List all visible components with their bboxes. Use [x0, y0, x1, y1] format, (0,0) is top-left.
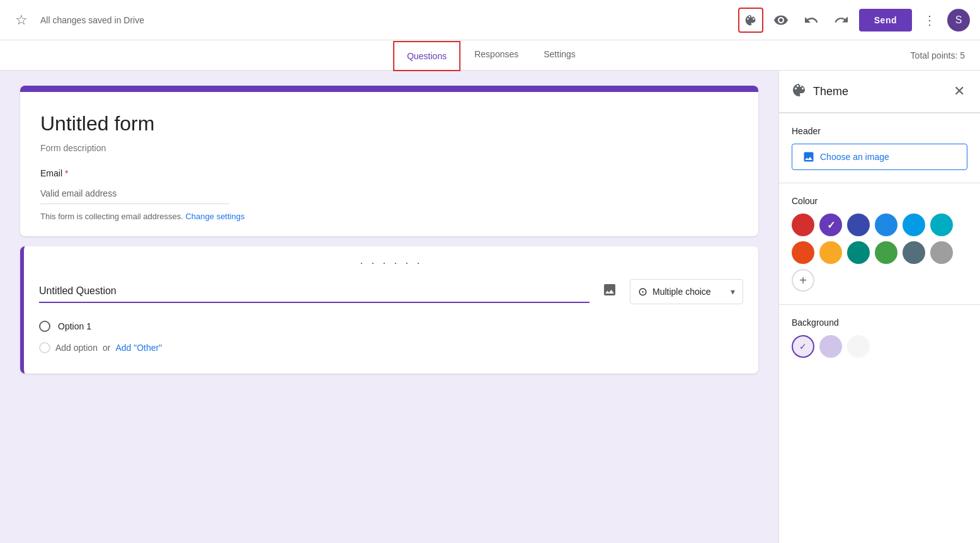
question-card: · · · · · · ⊙ Multiple choice ▾ Option 1…	[20, 246, 758, 374]
form-card: Untitled form Form description Email * V…	[20, 86, 758, 236]
add-option-label[interactable]: Add option	[55, 343, 98, 353]
option-row: Option 1	[39, 316, 743, 337]
colour-section: Colour +	[779, 183, 980, 305]
change-settings-link[interactable]: Change settings	[185, 212, 244, 221]
theme-panel: Theme ✕ Header Choose an image Colour +	[778, 71, 980, 543]
background-section: Background	[779, 305, 980, 370]
topbar-left: ☆ All changes saved in Drive	[10, 7, 738, 33]
bg-circle-white[interactable]	[847, 335, 870, 358]
close-theme-button[interactable]: ✕	[951, 81, 967, 102]
undo-button[interactable]	[799, 8, 824, 33]
colour-label: Colour	[792, 196, 967, 206]
bg-circle-medium-purple[interactable]	[819, 335, 842, 358]
radio-circle-add	[39, 342, 50, 353]
form-title[interactable]: Untitled form	[40, 112, 738, 135]
choose-image-label: Choose an image	[820, 152, 889, 162]
topbar: ☆ All changes saved in Drive Send ⋮ S	[0, 0, 980, 40]
avatar[interactable]: S	[947, 9, 970, 31]
radio-circle-1	[39, 321, 50, 332]
save-status: All changes saved in Drive	[40, 15, 144, 25]
colour-circle-grey[interactable]	[930, 241, 953, 264]
colour-circle-green[interactable]	[875, 241, 897, 264]
form-description[interactable]: Form description	[40, 143, 738, 153]
radio-icon: ⊙	[638, 285, 647, 299]
email-input[interactable]: Valid email address	[40, 183, 229, 204]
background-label: Background	[792, 317, 967, 328]
tab-settings[interactable]: Settings	[531, 40, 588, 70]
chevron-down-icon: ▾	[731, 287, 735, 297]
background-grid	[792, 335, 967, 358]
main-layout: Untitled form Form description Email * V…	[0, 71, 980, 543]
tabs: Questions Responses Settings	[392, 40, 588, 71]
more-button[interactable]: ⋮	[917, 8, 942, 33]
colour-circle-teal[interactable]	[847, 241, 870, 264]
choose-image-button[interactable]: Choose an image	[792, 144, 967, 170]
bg-circle-light-purple[interactable]	[792, 335, 814, 358]
theme-header-section: Header Choose an image	[779, 113, 980, 183]
add-option-or: or	[103, 343, 110, 353]
colour-grid	[792, 214, 967, 264]
colour-circle-light-blue[interactable]	[903, 214, 925, 236]
colour-circle-yellow[interactable]	[819, 241, 842, 264]
colour-circle-deep-orange[interactable]	[792, 241, 814, 264]
content-area: Untitled form Form description Email * V…	[0, 71, 778, 543]
type-select[interactable]: ⊙ Multiple choice ▾	[630, 279, 743, 304]
drag-handle[interactable]: · · · · · ·	[39, 256, 743, 270]
colour-circle-red[interactable]	[792, 214, 814, 236]
type-label: Multiple choice	[652, 287, 711, 297]
star-button[interactable]: ☆	[10, 7, 33, 33]
add-other-link[interactable]: Add "Other"	[115, 343, 162, 353]
send-button[interactable]: Send	[859, 9, 912, 31]
theme-title: Theme	[813, 85, 848, 98]
tabbar: Questions Responses Settings Total point…	[0, 40, 980, 71]
theme-title-row: Theme	[792, 83, 848, 100]
total-points: Total points: 5	[911, 50, 965, 60]
colour-circle-purple[interactable]	[819, 214, 842, 236]
add-option-row: Add option or Add "Other"	[39, 337, 743, 358]
colour-circle-blue-grey[interactable]	[903, 241, 925, 264]
theme-header: Theme ✕	[779, 71, 980, 113]
tab-questions[interactable]: Questions	[393, 41, 460, 71]
question-row: ⊙ Multiple choice ▾	[39, 277, 743, 306]
preview-button[interactable]	[768, 8, 794, 33]
option1-label[interactable]: Option 1	[58, 321, 91, 331]
theme-palette-icon	[792, 83, 807, 100]
question-image-button[interactable]	[597, 277, 622, 306]
required-star: *	[65, 168, 68, 178]
header-label: Header	[792, 126, 967, 136]
colour-circle-cyan[interactable]	[930, 214, 953, 236]
redo-button[interactable]	[829, 8, 854, 33]
colour-circle-blue[interactable]	[875, 214, 897, 236]
topbar-right: Send ⋮ S	[738, 8, 970, 33]
add-colour-button[interactable]: +	[792, 269, 814, 292]
email-notice: This form is collecting email addresses.…	[40, 212, 738, 221]
email-label: Email *	[40, 168, 738, 178]
palette-button[interactable]	[738, 8, 763, 33]
tab-responses[interactable]: Responses	[462, 40, 531, 70]
colour-circle-indigo[interactable]	[847, 214, 870, 236]
question-input[interactable]	[39, 280, 590, 303]
